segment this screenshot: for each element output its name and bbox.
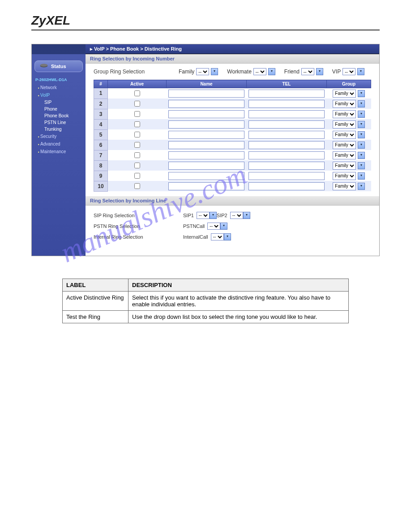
sidebar-sub-pstn[interactable]: PSTN Line [32, 119, 86, 126]
name-input[interactable] [168, 120, 244, 129]
table-row: 5Family ▾ [94, 129, 371, 140]
tel-input[interactable] [248, 100, 325, 108]
line-item-select[interactable]: -- [197, 212, 210, 219]
name-input[interactable] [168, 141, 244, 149]
router-icon [39, 63, 48, 70]
tel-input[interactable] [248, 90, 325, 98]
tel-input[interactable] [248, 172, 325, 180]
active-checkbox[interactable] [134, 163, 140, 168]
desc-h1: LABEL [63, 279, 128, 292]
name-input[interactable] [168, 182, 244, 190]
chevron-down-icon[interactable]: ▾ [358, 172, 365, 180]
active-checkbox[interactable] [134, 152, 140, 158]
tel-input[interactable] [248, 151, 325, 159]
line-item-label: SIP2 [217, 213, 227, 218]
line-label: SIP Ring Selection [94, 213, 183, 218]
sidebar-item-security[interactable]: Security [32, 133, 86, 140]
active-checkbox[interactable] [134, 90, 140, 96]
breadcrumb-2: Phone Book [110, 46, 139, 51]
tel-input[interactable] [248, 141, 325, 149]
name-input[interactable] [168, 162, 244, 170]
chevron-down-icon[interactable]: ▾ [358, 131, 365, 138]
sidebar-sub-phonebook[interactable]: Phone Book [32, 112, 86, 119]
group-select[interactable]: Family [333, 120, 356, 129]
chevron-down-icon[interactable]: ▾ [210, 212, 217, 219]
content-pane: Ring Selection by Incoming Number Group … [86, 54, 379, 256]
chevron-down-icon[interactable]: ▾ [268, 68, 275, 75]
table-row: 9Family ▾ [94, 171, 371, 181]
chevron-down-icon[interactable]: ▾ [211, 68, 218, 75]
chevron-down-icon[interactable]: ▾ [358, 162, 365, 169]
status-button[interactable]: Status [34, 60, 83, 72]
active-checkbox[interactable] [134, 173, 140, 179]
chevron-down-icon[interactable]: ▾ [358, 111, 365, 118]
chevron-down-icon[interactable]: ▾ [224, 233, 231, 240]
table-row: 4Family ▾ [94, 119, 371, 129]
active-checkbox[interactable] [134, 142, 140, 148]
group-select[interactable]: Family [333, 151, 356, 159]
tel-input[interactable] [248, 131, 325, 139]
chevron-down-icon[interactable]: ▾ [358, 100, 365, 107]
group-select[interactable]: Family [333, 162, 356, 170]
group-select[interactable]: Family [333, 110, 356, 118]
group-select[interactable]: Family [333, 182, 356, 190]
sidebar-item-voip[interactable]: VoIP [32, 91, 86, 99]
chevron-down-icon[interactable]: ▾ [358, 142, 365, 149]
row-number: 5 [94, 129, 108, 140]
active-checkbox[interactable] [134, 183, 140, 189]
line-sel-row: SIP Ring SelectionSIP1--▾ SIP2--▾ [94, 210, 371, 221]
name-input[interactable] [168, 100, 244, 108]
sidebar-item-network[interactable]: Network [32, 84, 86, 91]
line-item-select[interactable]: -- [230, 212, 243, 219]
name-input[interactable] [168, 172, 244, 180]
name-input[interactable] [168, 110, 244, 118]
group-friend-select[interactable]: -- [301, 68, 314, 75]
name-input[interactable] [168, 151, 244, 159]
desc-h2: DESCRIPTION [128, 279, 349, 292]
line-item-select[interactable]: -- [207, 223, 220, 230]
chevron-down-icon[interactable]: ▾ [358, 183, 365, 190]
name-input[interactable] [168, 90, 244, 98]
group-select[interactable]: Family [333, 90, 356, 98]
active-checkbox[interactable] [134, 121, 140, 127]
tel-input[interactable] [248, 120, 325, 129]
desc-label: Active Distinctive Ring [63, 292, 128, 311]
chevron-down-icon[interactable]: ▾ [358, 90, 365, 97]
chevron-down-icon[interactable]: ▾ [358, 152, 365, 159]
sidebar-item-maintenance[interactable]: Maintenance [32, 148, 86, 155]
group-select[interactable]: Family [333, 141, 356, 149]
row-number: 1 [94, 88, 108, 99]
group-select[interactable]: Family [333, 100, 356, 108]
group-vip-select[interactable]: -- [342, 68, 355, 75]
name-input[interactable] [168, 131, 244, 139]
active-checkbox[interactable] [134, 101, 140, 107]
sidebar-sub-sip[interactable]: SIP [32, 99, 86, 106]
col-group: Group [327, 80, 371, 88]
chevron-down-icon[interactable]: ▾ [220, 223, 227, 230]
description-table: LABEL DESCRIPTION Active Distinctive Rin… [62, 279, 349, 323]
line-item-label: InternalCall [183, 234, 208, 240]
active-checkbox[interactable] [134, 111, 140, 117]
line-item-select[interactable]: -- [211, 233, 224, 240]
table-row: 7Family ▾ [94, 150, 371, 160]
chevron-down-icon[interactable]: ▾ [357, 68, 364, 75]
table-row: 3Family ▾ [94, 109, 371, 119]
chevron-down-icon[interactable]: ▾ [358, 121, 365, 128]
group-family-select[interactable]: -- [196, 68, 209, 75]
sidebar-sub-trunking[interactable]: Trunking [32, 126, 86, 133]
sidebar-item-advanced[interactable]: Advanced [32, 140, 86, 148]
tel-input[interactable] [248, 182, 325, 190]
line-item-label: SIP1 [183, 213, 194, 218]
group-select[interactable]: Family [333, 131, 356, 139]
chevron-down-icon[interactable]: ▾ [316, 68, 323, 75]
group-workmate-select[interactable]: -- [253, 68, 266, 75]
tel-input[interactable] [248, 110, 325, 118]
active-checkbox[interactable] [134, 132, 140, 137]
line-item-label: PSTNCall [183, 223, 205, 229]
desc-row: Test the Ring Use the drop down list box… [63, 311, 349, 323]
row-number: 10 [94, 181, 108, 191]
tel-input[interactable] [248, 162, 325, 170]
sidebar-sub-phone[interactable]: Phone [32, 106, 86, 112]
group-select[interactable]: Family [333, 172, 356, 180]
chevron-down-icon[interactable]: ▾ [243, 212, 250, 219]
